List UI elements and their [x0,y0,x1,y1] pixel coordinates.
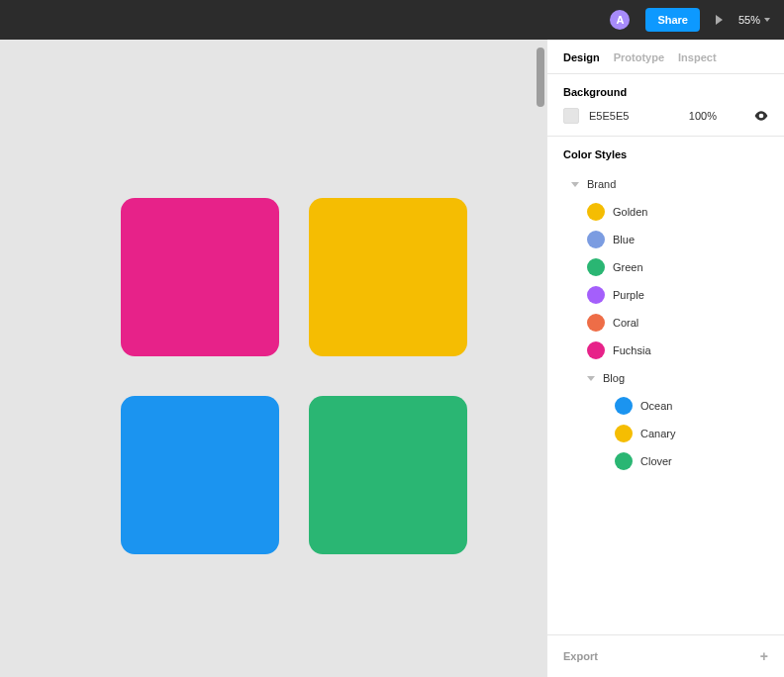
color-style-canary[interactable]: Canary [563,420,782,447]
chevron-down-icon [571,182,579,187]
chevron-down-icon [587,376,595,381]
shape-ocean[interactable] [121,396,279,554]
play-icon[interactable] [716,15,723,25]
color-style-clover[interactable]: Clover [563,447,782,475]
background-title: Background [563,86,768,98]
eye-icon[interactable] [754,111,768,121]
color-label: Fuchsia [613,344,651,356]
color-styles-title: Color Styles [563,148,782,160]
tab-prototype[interactable]: Prototype [614,51,664,63]
color-label: Coral [613,317,638,329]
export-label: Export [563,650,598,662]
background-alpha: 100% [689,110,717,122]
background-hex: E5E5E5 [589,110,629,122]
canvas-inner [0,40,546,677]
blog-label: Blog [603,372,625,384]
color-style-fuchsia[interactable]: Fuchsia [563,337,782,364]
brand-label: Brand [587,178,616,190]
color-style-coral[interactable]: Coral [563,309,782,337]
share-button[interactable]: Share [645,8,700,32]
shape-clover[interactable] [309,396,467,554]
scrollbar-thumb[interactable] [537,48,544,107]
color-label: Clover [640,455,672,467]
color-label: Purple [613,289,644,301]
background-row[interactable]: E5E5E5 100% [563,108,768,124]
export-section[interactable]: Export + [547,635,784,677]
avatar[interactable]: A [610,10,630,30]
swatch-coral [587,314,605,332]
color-label: Canary [640,428,675,439]
tab-design[interactable]: Design [563,51,600,63]
right-panel: Design Prototype Inspect Background E5E5… [546,40,784,677]
swatch-green [587,258,605,276]
canvas[interactable] [0,40,546,677]
swatch-blue [587,231,605,248]
color-label: Ocean [640,400,672,412]
swatch-ocean [615,397,633,415]
swatch-purple [587,286,605,304]
color-style-purple[interactable]: Purple [563,281,782,309]
color-label: Blue [613,234,635,245]
swatch-clover [615,452,633,470]
color-style-blue[interactable]: Blue [563,226,782,253]
plus-icon[interactable]: + [760,649,768,663]
brand-folder[interactable]: Brand [563,170,782,198]
blog-folder[interactable]: Blog [563,364,782,392]
shape-canary[interactable] [309,198,467,356]
main: Design Prototype Inspect Background E5E5… [0,40,784,677]
swatch-golden [587,203,605,221]
chevron-down-icon [764,18,770,22]
topbar: A Share 55% [0,0,784,40]
panel-tabs: Design Prototype Inspect [547,40,784,74]
swatch-fuchsia [587,341,605,359]
color-style-green[interactable]: Green [563,253,782,281]
color-styles-section: Color Styles Brand Golden Blue Green Pur… [547,137,784,635]
background-section: Background E5E5E5 100% [547,74,784,137]
color-label: Green [613,261,643,273]
color-style-golden[interactable]: Golden [563,198,782,226]
zoom-label: 55% [738,14,760,26]
color-label: Golden [613,206,647,218]
zoom-control[interactable]: 55% [738,14,770,26]
swatch-canary [615,425,633,442]
color-style-ocean[interactable]: Ocean [563,392,782,420]
shape-fuchsia[interactable] [121,198,279,356]
tab-inspect[interactable]: Inspect [678,51,717,63]
background-swatch[interactable] [563,108,579,124]
